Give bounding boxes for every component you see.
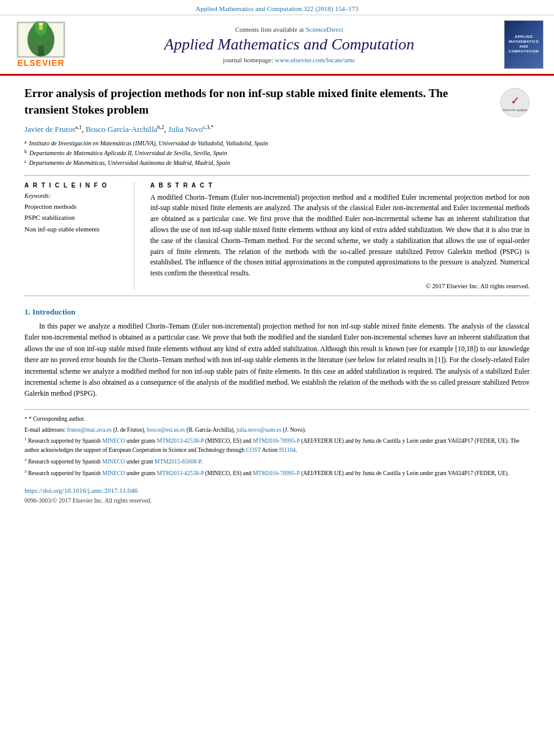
email-2-person: (B. García-Archilla), [186,427,236,433]
mineco-link-3[interactable]: MINECO [102,470,125,476]
abstract-label: A B S T R A C T [150,182,530,189]
journal-header-center: Contents lists available at ScienceDirec… [81,26,498,64]
abstract-text: A modified Chorin–Temam (Euler non-incre… [150,192,530,280]
grant-1-link[interactable]: MTM2013-42538-P [157,438,204,445]
article-info-column: A R T I C L E I N F O Keywords: Projecti… [24,182,134,290]
article-title-section: Error analysis of projection methods for… [24,85,530,118]
email-label: E-mail addresses: [24,427,65,433]
affil-1-sup: a [24,139,27,148]
sciencedirect-link[interactable]: ScienceDirect [305,26,343,33]
elsevier-tree-icon [16,21,65,58]
journal-header: ELSEVIER Contents lists available at Sci… [0,15,554,76]
homepage-link[interactable]: www.elsevier.com/locate/amc [275,56,355,64]
homepage-label: journal homepage: [223,56,273,64]
doi-link[interactable]: https://doi.org/10.1016/j.amc.2017.11.04… [24,487,137,494]
contents-available-line: Contents lists available at ScienceDirec… [81,26,498,33]
article-title: Error analysis of projection methods for… [24,85,493,118]
email-1-link[interactable]: frutos@mac.uva.es [67,427,112,433]
email-3-person: (J. Novo). [283,427,306,433]
article-body: A R T I C L E I N F O Keywords: Projecti… [24,182,530,290]
copyright-line: © 2017 Elsevier Inc. All rights reserved… [150,283,530,289]
affil-2-sup: b [24,148,27,158]
intro-text: In this paper we analyze a modified Chor… [24,321,530,399]
affil-3-sup: c [24,158,27,168]
article-info-label: A R T I C L E I N F O [24,182,125,189]
cover-title-text: APPLIEDMATHEMATICSANDCOMPUTATION [509,35,539,54]
corresponding-label: * Corresponding author. [29,416,85,422]
mineco-link-2[interactable]: MINECO [102,459,125,465]
section-divider [24,175,530,176]
mineco-link-1[interactable]: MINECO [102,438,125,445]
grant-3-link[interactable]: MTM2015-65608-P [155,459,201,465]
footnote-3: 3 Research supported by Spanish MINECO u… [24,468,530,478]
email-2-link[interactable]: bosco@esi.us.es [147,427,185,433]
is1104-link[interactable]: IS1104 [279,447,296,453]
article-content: Error analysis of projection methods for… [0,76,554,514]
body-divider [24,296,530,296]
journal-cover-thumbnail: APPLIEDMATHEMATICSANDCOMPUTATION [504,20,544,69]
affil-2-text: Departamento de Matemática Aplicada II, … [29,148,227,158]
journal-homepage-line: journal homepage: www.elsevier.com/locat… [81,56,498,64]
journal-top-bar: Applied Mathematics and Computation 322 … [0,0,554,15]
journal-citation: Applied Mathematics and Computation 322 … [195,5,358,12]
issn-line: 0096-3003/© 2017 Elsevier Inc. All right… [24,497,530,504]
author-2-link[interactable]: Bosco García-Archilla [86,125,157,134]
email-addresses-note: E-mail addresses: frutos@mac.uva.es (J. … [24,426,530,435]
footnote-3-sup: 3 [24,469,27,474]
affil-1-text: Instituto de Investigación en Matemática… [29,139,268,148]
affil-3: c Departamento de Matemáticas, Universid… [24,158,530,168]
author-3-sup: c,3,* [203,124,214,130]
journal-cover-area: APPLIEDMATHEMATICSANDCOMPUTATION [504,20,547,69]
grant-4-link[interactable]: MTM2013-42538-P [157,470,204,476]
author-3-link[interactable]: Julia Novo [168,125,203,134]
grant-5-link[interactable]: MTM2016-78995-P [253,470,300,476]
footnote-2: 2 Research supported by Spanish MINECO u… [24,457,530,467]
corresponding-author-note: * * Corresponding author. [24,415,530,424]
abstract-column: A B S T R A C T A modified Chorin–Temam … [147,182,530,290]
grant-2-link[interactable]: MTM2016-78995-P [253,438,300,445]
svg-point-6 [38,23,43,25]
email-1-person: (J. de Frutos), [113,427,147,433]
affil-3-text: Departamento de Matemáticas, Universidad… [29,158,230,168]
intro-heading: 1. Introduction [24,307,530,317]
doi-section: https://doi.org/10.1016/j.amc.2017.11.04… [24,485,530,504]
keyword-3: Non inf-sup stable elements [24,224,125,235]
cost-link[interactable]: COST [246,447,261,453]
footnote-1-sup: 1 [24,437,27,442]
check-updates-badge: ✓ Check for updates [500,88,530,117]
keyword-1: Projection methods [24,201,125,213]
check-badge-label: Check for updates [503,108,528,112]
contents-text: Contents lists available at [235,26,304,33]
footnote-1: 1 Research supported by Spanish MINECO u… [24,436,530,455]
keyword-2: PSPC stabilization [24,212,125,224]
authors-line: Javier de Frutosa,1, Bosco García-Archil… [24,124,530,134]
affil-2: b Departamento de Matemática Aplicada II… [24,148,530,158]
corresponding-star: * [24,416,27,422]
introduction-section: 1. Introduction In this paper we analyze… [24,307,530,399]
author-1-link[interactable]: Javier de Frutos [24,125,75,134]
check-badge-inner: ✓ Check for updates [500,88,530,117]
affil-1: a Instituto de Investigación en Matemáti… [24,139,530,148]
check-icon: ✓ [511,94,520,107]
keywords-label: Keywords: [24,192,125,199]
email-3-link[interactable]: julia.novo@uam.es [236,427,282,433]
author-2-sup: b,2 [158,124,164,130]
journal-title: Applied Mathematics and Computation [81,35,498,54]
affiliations: a Instituto de Investigación en Matemáti… [24,139,530,168]
elsevier-logo-area: ELSEVIER [7,21,75,68]
footnotes-section: * * Corresponding author. E-mail address… [24,409,530,478]
author-1-sup: a,1 [75,124,82,130]
elsevier-wordmark: ELSEVIER [17,58,64,68]
footnote-2-sup: 2 [24,457,27,462]
elsevier-logo: ELSEVIER [7,21,75,68]
